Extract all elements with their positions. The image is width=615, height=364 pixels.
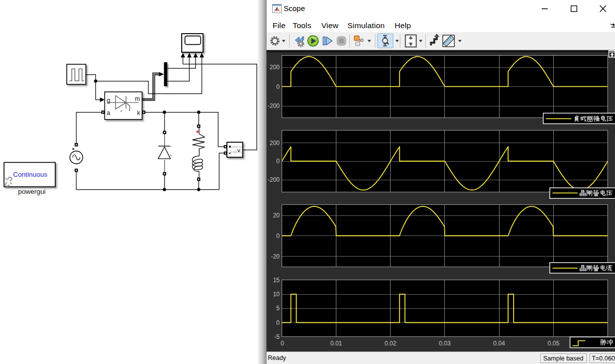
svg-text:a: a bbox=[107, 109, 110, 116]
svg-text:Continuous: Continuous bbox=[13, 171, 48, 178]
svg-text:powergui: powergui bbox=[18, 188, 46, 195]
svg-text:m: m bbox=[135, 95, 140, 102]
svg-text:k: k bbox=[137, 109, 141, 116]
svg-text:g: g bbox=[107, 97, 110, 104]
svg-text:v: v bbox=[237, 147, 240, 153]
